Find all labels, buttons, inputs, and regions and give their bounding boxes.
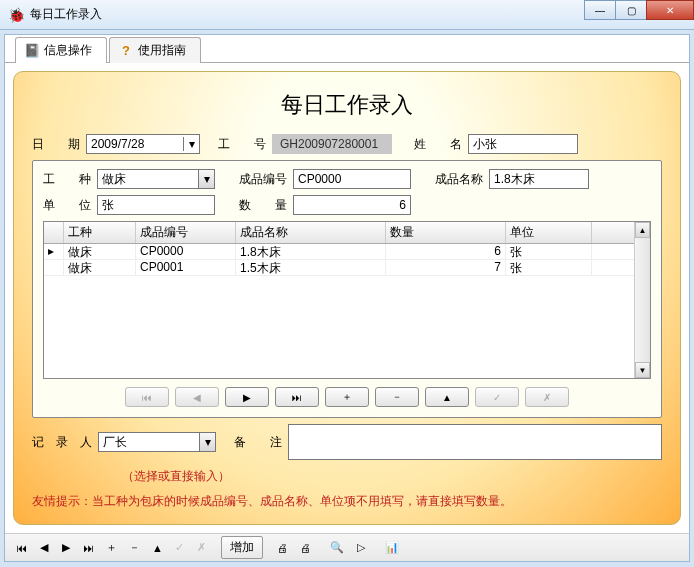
tb-next-button[interactable]: ▶ — [56, 537, 76, 559]
print-preview-icon[interactable]: 🖨 — [295, 537, 316, 559]
tab-label: 信息操作 — [44, 42, 92, 59]
close-button[interactable]: ✕ — [646, 0, 694, 20]
friendly-hint: 友情提示：当工种为包床的时候成品编号、成品名称、单位项不用填写，请直接填写数量。 — [32, 493, 662, 510]
tb-accept-button[interactable]: ✓ — [170, 537, 190, 559]
name-input[interactable] — [468, 134, 578, 154]
col-header[interactable]: 工种 — [64, 222, 136, 243]
label-workid: 工 号 — [218, 136, 266, 153]
cell: CP0000 — [136, 244, 236, 259]
tab-info[interactable]: 📓 信息操作 — [15, 37, 107, 63]
maximize-button[interactable]: ▢ — [615, 0, 647, 20]
chevron-down-icon[interactable]: ▾ — [199, 433, 215, 451]
table-row[interactable]: ▸ 做床 CP0000 1.8木床 6 张 — [44, 244, 634, 260]
cell: 张 — [506, 260, 592, 275]
help-icon: ? — [118, 43, 134, 59]
tb-prev-button[interactable]: ◀ — [34, 537, 54, 559]
tb-cancel-button[interactable]: ✗ — [192, 537, 212, 559]
tab-label: 使用指南 — [138, 42, 186, 59]
scroll-up-icon[interactable]: ▲ — [635, 222, 650, 238]
cell: 张 — [506, 244, 592, 259]
nav-first-button[interactable]: ⏮ — [125, 387, 169, 407]
nav-add-button[interactable]: ＋ — [325, 387, 369, 407]
unit-input[interactable] — [97, 195, 215, 215]
date-dropdown-icon[interactable]: ▾ — [183, 137, 199, 151]
label-recorder: 记 录 人 — [32, 434, 92, 451]
col-selector — [44, 222, 64, 243]
tb-addnew-button[interactable]: 增加 — [221, 536, 263, 559]
cell: CP0001 — [136, 260, 236, 275]
nav-delete-button[interactable]: － — [375, 387, 419, 407]
table-row[interactable]: 做床 CP0001 1.5木床 7 张 — [44, 260, 634, 276]
tb-edit-button[interactable]: ▲ — [147, 537, 168, 559]
prodcode-input[interactable] — [293, 169, 411, 189]
label-unit: 单 位 — [43, 197, 91, 214]
cell: 做床 — [64, 260, 136, 275]
tb-first-button[interactable]: ⏮ — [11, 537, 32, 559]
nav-prev-button[interactable]: ◀ — [175, 387, 219, 407]
cell: 做床 — [64, 244, 136, 259]
search-icon[interactable]: 🔍 — [325, 537, 349, 559]
nav-last-button[interactable]: ⏭ — [275, 387, 319, 407]
play-icon[interactable]: ▷ — [351, 537, 371, 559]
label-name: 姓 名 — [414, 136, 462, 153]
chevron-down-icon[interactable]: ▾ — [198, 170, 214, 188]
row-indicator-icon: ▸ — [44, 244, 64, 259]
label-qty: 数 量 — [239, 197, 287, 214]
row-indicator-icon — [44, 260, 64, 275]
worktype-value: 做床 — [102, 171, 126, 188]
label-remark: 备 注 — [234, 434, 282, 451]
qty-input[interactable] — [293, 195, 411, 215]
tb-add-button[interactable]: ＋ — [101, 537, 122, 559]
cell: 7 — [386, 260, 506, 275]
prodname-input[interactable] — [489, 169, 589, 189]
workid-value: GH200907280001 — [272, 134, 392, 154]
col-header[interactable]: 数量 — [386, 222, 506, 243]
nav-next-button[interactable]: ▶ — [225, 387, 269, 407]
tb-last-button[interactable]: ⏭ — [78, 537, 99, 559]
cell: 1.5木床 — [236, 260, 386, 275]
recorder-hint: （选择或直接输入） — [122, 468, 662, 485]
label-worktype: 工 种 — [43, 171, 91, 188]
nav-accept-button[interactable]: ✓ — [475, 387, 519, 407]
print-icon[interactable]: 🖨 — [272, 537, 293, 559]
minimize-button[interactable]: — — [584, 0, 616, 20]
notebook-icon: 📓 — [24, 43, 40, 59]
col-header[interactable]: 单位 — [506, 222, 592, 243]
date-input[interactable]: ▾ — [86, 134, 200, 154]
scrollbar[interactable]: ▲ ▼ — [634, 222, 650, 378]
worktype-select[interactable]: 做床 ▾ — [97, 169, 215, 189]
scroll-down-icon[interactable]: ▼ — [635, 362, 650, 378]
date-text[interactable] — [87, 135, 183, 153]
nav-cancel-button[interactable]: ✗ — [525, 387, 569, 407]
page-title: 每日工作录入 — [32, 90, 662, 120]
col-header[interactable]: 成品名称 — [236, 222, 386, 243]
cell: 6 — [386, 244, 506, 259]
data-grid[interactable]: 工种 成品编号 成品名称 数量 单位 ▸ 做床 CP0000 1.8木床 — [43, 221, 651, 379]
export-icon[interactable]: 📊 — [380, 537, 404, 559]
app-icon: 🐞 — [8, 7, 24, 23]
label-prodcode: 成品编号 — [239, 171, 287, 188]
cell: 1.8木床 — [236, 244, 386, 259]
label-prodname: 成品名称 — [435, 171, 483, 188]
nav-edit-button[interactable]: ▲ — [425, 387, 469, 407]
label-date: 日 期 — [32, 136, 80, 153]
tab-guide[interactable]: ? 使用指南 — [109, 37, 201, 63]
tb-delete-button[interactable]: － — [124, 537, 145, 559]
window-title: 每日工作录入 — [30, 6, 102, 23]
recorder-value: 厂长 — [103, 434, 127, 451]
remark-input[interactable] — [288, 424, 662, 460]
col-header[interactable]: 成品编号 — [136, 222, 236, 243]
recorder-select[interactable]: 厂长 ▾ — [98, 432, 216, 452]
